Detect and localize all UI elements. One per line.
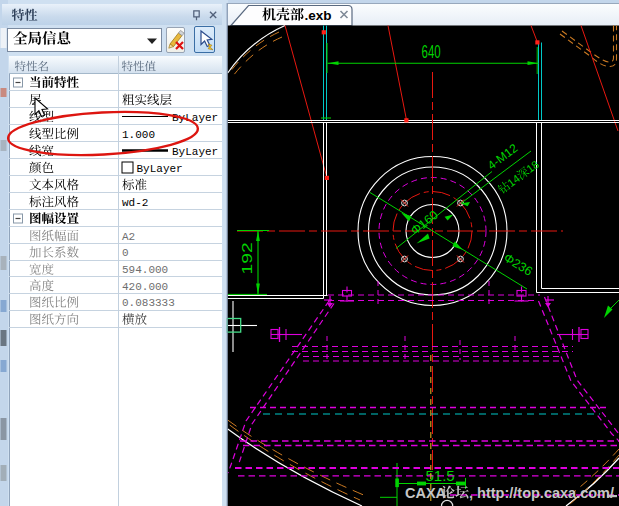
svg-text:ByLayer: ByLayer (137, 163, 183, 175)
svg-text:, http://top.caxa.com/: , http://top.caxa.com/ (469, 485, 614, 501)
svg-text:CAXA: CAXA (405, 485, 447, 501)
svg-text:ByLayer: ByLayer (172, 146, 218, 158)
svg-text:.exb: .exb (305, 8, 332, 23)
svg-text:420.000: 420.000 (122, 281, 168, 293)
svg-text:51.5: 51.5 (426, 467, 455, 484)
svg-text:594.000: 594.000 (122, 264, 168, 276)
svg-text:A2: A2 (122, 231, 135, 243)
svg-text:0.083333: 0.083333 (122, 297, 175, 309)
svg-text:1.000: 1.000 (122, 129, 155, 141)
svg-text:192: 192 (238, 242, 255, 274)
svg-text:wd-2: wd-2 (122, 197, 148, 209)
svg-text:0: 0 (122, 247, 129, 259)
svg-text:640: 640 (422, 41, 441, 62)
